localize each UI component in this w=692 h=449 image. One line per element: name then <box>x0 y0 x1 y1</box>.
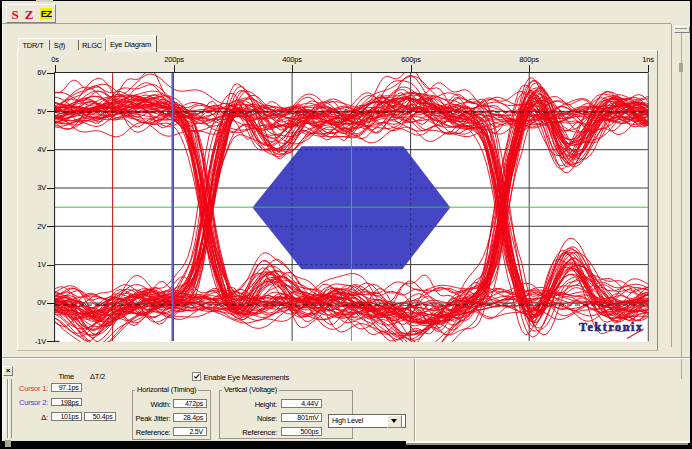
svg-text:Tektronix: Tektronix <box>579 320 642 334</box>
